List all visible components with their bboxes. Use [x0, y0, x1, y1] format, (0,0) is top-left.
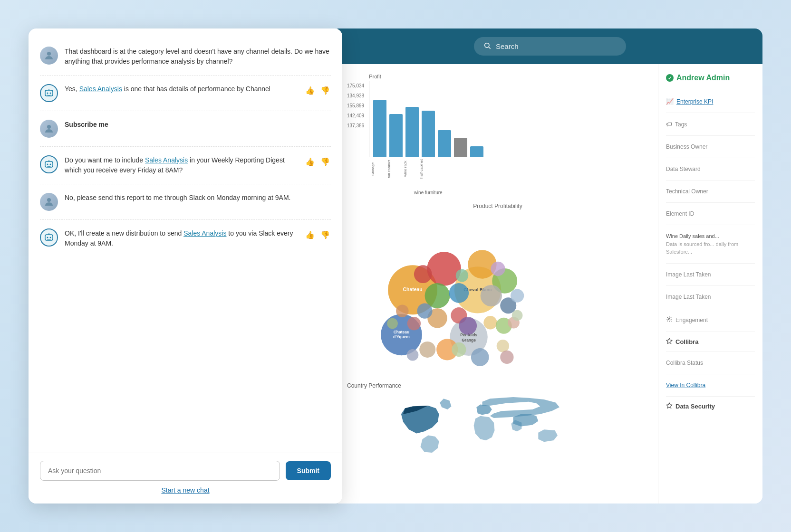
message-actions-6: 👍 👎	[304, 228, 331, 240]
technical-owner-label: Technical Owner	[666, 188, 755, 195]
svg-point-53	[500, 351, 513, 364]
thumbs-down-btn-4[interactable]: 👎	[319, 156, 331, 167]
divider-10	[666, 308, 755, 308]
message-text-1: That dashboard is at the category level …	[65, 47, 331, 66]
thumbs-up-btn-2[interactable]: 👍	[304, 85, 316, 96]
engagement-icon	[666, 316, 673, 324]
svg-point-40	[417, 304, 433, 319]
svg-point-51	[511, 289, 524, 302]
metadata-panel: ✓ Andrew Admin 📈 Enterprise KPI	[658, 64, 762, 504]
new-chat-button[interactable]: Start a new chat	[40, 486, 331, 494]
bar-chart-y-axis: 175,034 134,938 155,899 142,409 137,386	[347, 74, 364, 128]
svg-rect-6	[45, 162, 53, 167]
svg-marker-58	[666, 403, 672, 408]
svg-point-49	[456, 269, 468, 282]
bot-avatar-2	[40, 84, 58, 102]
bot-avatar-4	[40, 155, 58, 173]
bar-1	[373, 100, 386, 157]
svg-point-44	[419, 342, 435, 358]
bar-group-7	[470, 146, 483, 157]
bar-group-2	[389, 114, 403, 157]
bar-group-3	[405, 107, 419, 157]
image-last-taken-label-1: Image Last Taken	[666, 271, 755, 278]
map-svg	[347, 391, 648, 453]
svg-point-55	[452, 342, 466, 357]
svg-text:d'Yquem: d'Yquem	[393, 334, 410, 339]
divider-12	[666, 352, 755, 352]
svg-line-16	[489, 47, 491, 49]
svg-point-48	[491, 262, 505, 276]
bubble-chart-section: Product Profitability Chateau Cheval Bla…	[347, 203, 648, 375]
image-last-taken-1: Image Last Taken	[666, 269, 755, 280]
divider-4	[666, 158, 755, 158]
sales-analysis-link-1[interactable]: Sales Analysis	[79, 85, 122, 93]
svg-point-46	[396, 304, 408, 317]
map-title: Country Performance	[347, 382, 648, 389]
svg-point-12	[47, 237, 48, 238]
user-avatar-5	[40, 193, 58, 211]
bubble-chart-title: Product Profitability	[347, 203, 648, 209]
thumbs-up-btn-4[interactable]: 👍	[304, 156, 316, 167]
y-axis-value-3: 155,899	[347, 103, 364, 108]
chat-panel: That dashboard is at the category level …	[29, 28, 342, 504]
y-axis-value-2: 134,938	[347, 93, 364, 98]
svg-point-2	[47, 93, 48, 94]
svg-point-5	[47, 125, 51, 129]
bar-chart-x-labels: Storage full cabinet wine rack half cabi…	[369, 159, 487, 179]
y-axis-value-5: 137,386	[347, 123, 364, 128]
engagement-row: Engagement	[666, 316, 755, 324]
divider-7	[666, 225, 755, 225]
view-in-collibra-link[interactable]: View In Collibra	[666, 382, 755, 389]
enterprise-kpi-link[interactable]: Enterprise KPI	[676, 98, 713, 105]
map-section: Country Performance	[347, 382, 648, 455]
collibra-icon	[666, 338, 673, 346]
svg-text:Grange: Grange	[462, 338, 476, 342]
search-bar[interactable]: Search	[474, 37, 626, 56]
sales-analysis-link-3[interactable]: Sales Analysis	[183, 229, 226, 237]
verified-icon: ✓	[666, 74, 674, 82]
divider-2	[666, 113, 755, 113]
x-label-4: half cabinet	[419, 159, 433, 179]
search-label: Search	[496, 42, 519, 50]
sales-analysis-link-2[interactable]: Sales Analysis	[145, 156, 188, 164]
divider-9	[666, 285, 755, 286]
chat-input[interactable]	[40, 461, 280, 481]
bar-6	[454, 138, 467, 157]
thumbs-down-btn-2[interactable]: 👎	[319, 85, 331, 96]
business-owner-label: Business Owner	[666, 143, 755, 150]
chart-area: 175,034 134,938 155,899 142,409 137,386 …	[338, 64, 658, 504]
divider-14	[666, 396, 755, 397]
svg-text:Chateau: Chateau	[394, 330, 410, 334]
svg-point-37	[459, 317, 477, 335]
svg-point-41	[407, 317, 421, 330]
image-last-taken-2: Image Last Taken	[666, 292, 755, 302]
bar-chart-y-label: Profit	[369, 74, 487, 79]
svg-point-32	[414, 265, 432, 283]
svg-point-15	[485, 43, 489, 48]
chat-input-area: Submit Start a new chat	[29, 453, 342, 504]
svg-point-28	[468, 250, 496, 278]
divider-8	[666, 263, 755, 264]
divider-11	[666, 332, 755, 332]
svg-point-27	[427, 252, 461, 286]
svg-point-13	[50, 237, 51, 238]
svg-point-47	[387, 318, 398, 329]
tags-row: 🏷 Tags	[666, 121, 755, 128]
message-actions-2: 👍 👎	[304, 84, 331, 96]
svg-point-8	[50, 164, 51, 165]
bar-group-6	[454, 138, 467, 157]
thumbs-down-btn-6[interactable]: 👎	[319, 229, 331, 240]
submit-button[interactable]: Submit	[286, 461, 331, 480]
bar-7	[470, 146, 483, 157]
tags-item: 🏷 Tags	[666, 119, 755, 130]
search-icon	[483, 42, 491, 51]
chat-message-2: Yes, Sales Analysis is one that has deta…	[40, 76, 331, 111]
svg-point-54	[407, 349, 419, 361]
x-label-3: wine rack	[403, 159, 416, 179]
thumbs-up-btn-6[interactable]: 👍	[304, 229, 316, 240]
data-steward-item: Data Steward	[666, 164, 755, 174]
data-steward-label: Data Steward	[666, 166, 755, 172]
bar-3	[405, 107, 419, 157]
bar-chart-wrapper: Profit	[369, 74, 487, 195]
x-label-5	[435, 159, 449, 179]
